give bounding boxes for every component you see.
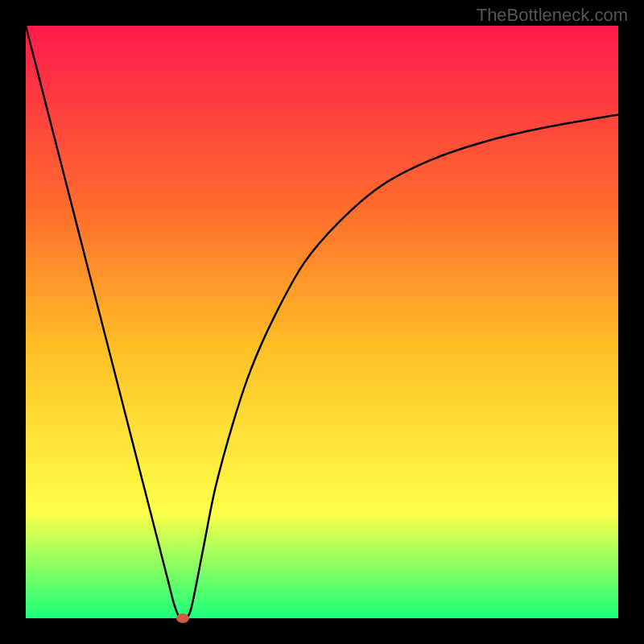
optimal-point-marker	[176, 613, 189, 623]
chart-svg	[0, 0, 644, 644]
bottleneck-chart: TheBottleneck.com	[0, 0, 644, 644]
watermark-text: TheBottleneck.com	[477, 5, 628, 26]
plot-background	[26, 26, 618, 618]
